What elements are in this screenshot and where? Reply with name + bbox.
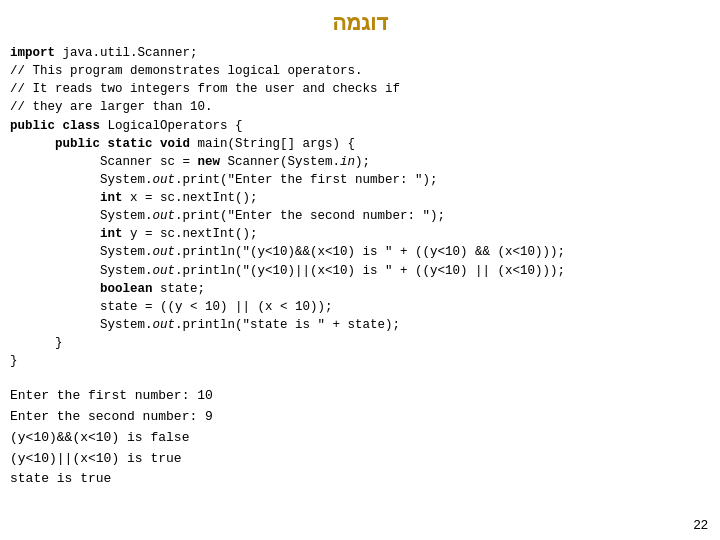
page-container: דוגמה import java.util.Scanner; // This … xyxy=(0,0,720,540)
output-line-1: Enter the first number: 10 xyxy=(10,386,710,407)
output-section: Enter the first number: 10 Enter the sec… xyxy=(10,386,710,490)
page-title: דוגמה xyxy=(10,10,710,36)
page-number: 22 xyxy=(694,517,708,532)
output-line-4: (y<10)||(x<10) is true xyxy=(10,449,710,470)
output-line-2: Enter the second number: 9 xyxy=(10,407,710,428)
output-line-3: (y<10)&&(x<10) is false xyxy=(10,428,710,449)
code-block: import java.util.Scanner; // This progra… xyxy=(10,44,710,370)
output-line-5: state is true xyxy=(10,469,710,490)
